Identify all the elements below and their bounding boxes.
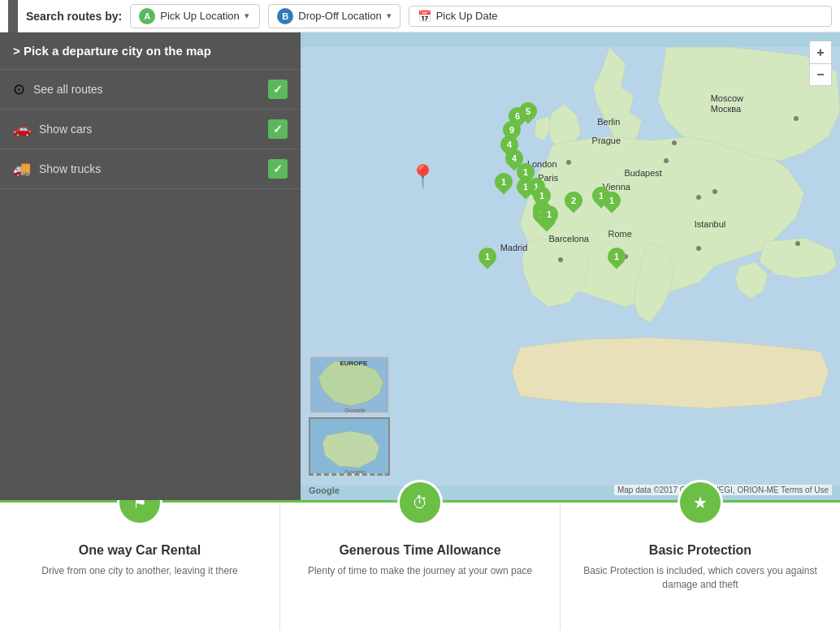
feature-basic-protection: ★ Basic Protection Basic Protection is i… <box>561 503 840 630</box>
circle-b-icon: B <box>277 8 293 24</box>
svg-point-13 <box>664 158 669 163</box>
svg-point-14 <box>696 195 701 200</box>
search-routes-label: Search routes by: <box>26 10 122 23</box>
calendar-icon: 📅 <box>418 10 431 23</box>
map-thumbnails: Google EUROPE Google <box>309 356 390 476</box>
map-area[interactable]: London Berlin Prague Vienna Budapest Par… <box>301 32 840 500</box>
sidebar-header-text: > Pick a departure city on the map <box>13 44 211 58</box>
feature-one-way-car-rental: ⚑ One way Car Rental Drive from one city… <box>0 503 280 630</box>
show-trucks-checkbox[interactable]: ✓ <box>268 159 288 179</box>
sidebar-item-show-trucks[interactable]: 🚚 Show trucks ✓ <box>0 149 301 189</box>
main-content: > Pick a departure city on the map ⊙ See… <box>0 32 840 500</box>
generous-time-desc: Plenty of time to make the journey at yo… <box>308 564 532 578</box>
map-attribution: Map data ©2017 Google, INEGI, ORION-ME T… <box>614 485 832 495</box>
circle-a-icon: A <box>139 8 155 24</box>
sidebar-item-see-all-routes[interactable]: ⊙ See all routes ✓ <box>0 70 301 110</box>
dropoff-location-button[interactable]: B Drop-Off Location ▾ <box>268 4 400 28</box>
show-cars-label: Show cars <box>39 123 268 136</box>
sidebar-item-show-cars[interactable]: 🚗 Show cars ✓ <box>0 110 301 149</box>
dropoff-label: Drop-Off Location <box>298 10 381 22</box>
sidebar: > Pick a departure city on the map ⊙ See… <box>0 32 301 500</box>
zoom-in-button[interactable]: + <box>809 41 832 63</box>
show-trucks-label: Show trucks <box>39 162 268 175</box>
star-icon: ★ <box>693 493 708 512</box>
europe-thumbnail[interactable]: Google EUROPE <box>309 356 390 414</box>
see-all-routes-label: See all routes <box>33 83 268 96</box>
see-all-routes-checkbox[interactable]: ✓ <box>268 80 288 99</box>
australia-thumbnail[interactable]: Google <box>309 417 390 476</box>
pickup-label: Pick Up Location <box>160 10 240 22</box>
svg-point-20 <box>795 241 800 246</box>
svg-point-21 <box>794 116 799 121</box>
svg-point-18 <box>558 257 563 262</box>
header-bar: Search routes by: A Pick Up Location ▾ B… <box>0 0 840 32</box>
one-way-desc: Drive from one city to another, leaving … <box>41 564 237 578</box>
svg-point-12 <box>672 140 677 145</box>
map-controls: + − <box>809 41 832 86</box>
timer-icon: ⏱ <box>412 494 428 512</box>
basic-protection-title: Basic Protection <box>649 543 751 558</box>
svg-point-19 <box>696 246 701 251</box>
basic-protection-icon-circle: ★ <box>678 480 723 525</box>
pickup-location-button[interactable]: A Pick Up Location ▾ <box>130 4 260 28</box>
feature-generous-time: ⏱ Generous Time Allowance Plenty of time… <box>280 503 561 630</box>
sidebar-header: > Pick a departure city on the map <box>0 32 301 70</box>
svg-marker-9 <box>512 338 829 408</box>
routes-icon: ⊙ <box>13 80 25 98</box>
date-label: Pick Up Date <box>436 10 498 22</box>
car-icon: 🚗 <box>13 120 31 138</box>
show-cars-checkbox[interactable]: ✓ <box>268 119 288 139</box>
features-bar: ⚑ One way Car Rental Drive from one city… <box>0 500 840 630</box>
generous-time-title: Generous Time Allowance <box>339 543 500 558</box>
svg-text:Google: Google <box>344 468 366 476</box>
pickup-chevron-icon: ▾ <box>245 11 249 21</box>
svg-point-11 <box>566 160 571 165</box>
google-logo: Google <box>309 485 340 495</box>
one-way-title: One way Car Rental <box>79 543 201 558</box>
side-handle <box>8 0 18 32</box>
zoom-out-button[interactable]: − <box>809 63 832 86</box>
dropoff-chevron-icon: ▾ <box>387 11 392 21</box>
truck-icon: 🚚 <box>13 160 31 178</box>
generous-time-icon-circle: ⏱ <box>397 480 443 525</box>
basic-protection-desc: Basic Protection is included, which cove… <box>577 564 824 592</box>
svg-text:Google: Google <box>344 407 366 414</box>
svg-point-15 <box>712 189 717 194</box>
pickup-date-button[interactable]: 📅 Pick Up Date <box>409 6 832 27</box>
